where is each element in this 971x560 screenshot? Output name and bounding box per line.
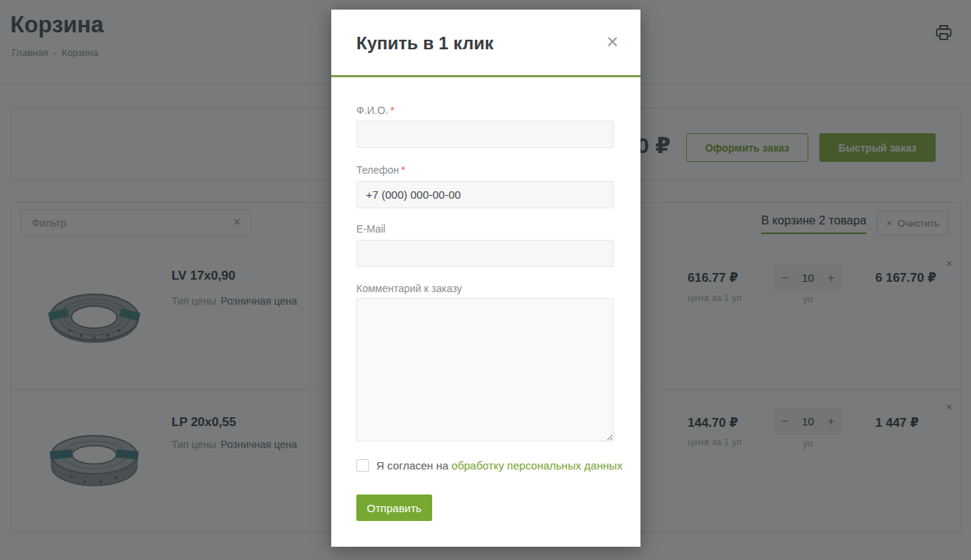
modal-title: Купить в 1 клик bbox=[356, 33, 493, 54]
modal-close-icon[interactable]: × bbox=[607, 32, 618, 52]
phone-label: Телефон* bbox=[356, 164, 406, 176]
required-mark: * bbox=[390, 104, 394, 116]
comment-label: Комментарий к заказу bbox=[356, 283, 462, 294]
modal-header: Купить в 1 клик × bbox=[331, 10, 640, 77]
email-field[interactable] bbox=[356, 240, 614, 267]
cart-page: Корзина Главная-Корзина 7 614.70 ₽ Оформ… bbox=[0, 0, 971, 560]
consent-checkbox[interactable] bbox=[356, 459, 369, 472]
quick-buy-modal: Купить в 1 клик × Ф.И.О.* Телефон* E-Mai… bbox=[331, 10, 640, 547]
consent-link[interactable]: обработку персональных данных bbox=[451, 459, 622, 472]
email-label: E-Mail bbox=[356, 223, 386, 235]
required-mark: * bbox=[401, 164, 405, 176]
phone-field[interactable] bbox=[356, 181, 614, 208]
name-label: Ф.И.О.* bbox=[356, 104, 395, 116]
consent-text: Я согласен на bbox=[376, 459, 448, 472]
name-field[interactable] bbox=[356, 121, 614, 148]
consent-row: Я согласен на обработку персональных дан… bbox=[356, 459, 623, 472]
comment-field[interactable] bbox=[356, 298, 614, 442]
submit-button[interactable]: Отправить bbox=[356, 495, 432, 521]
